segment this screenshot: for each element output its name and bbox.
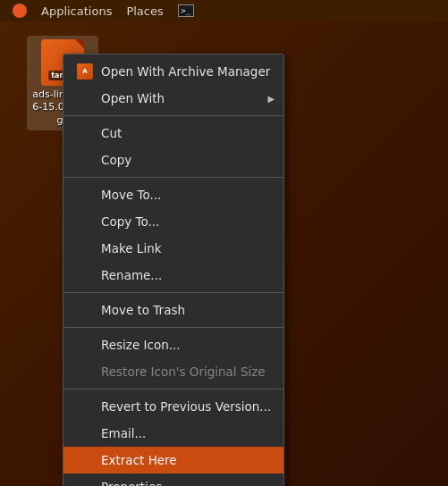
cut-icon-space (76, 124, 94, 142)
properties-label: Properties (101, 480, 162, 486)
copy-icon-space (76, 151, 94, 169)
menu-revert[interactable]: Revert to Previous Version... (63, 393, 283, 420)
copy-label: Copy (101, 153, 131, 167)
menu-move-to[interactable]: Move To... (63, 181, 283, 208)
separator-5 (63, 389, 283, 390)
revert-label: Revert to Previous Version... (101, 399, 271, 414)
extract-here-label: Extract Here (101, 453, 177, 467)
resize-icon-label: Resize Icon... (101, 338, 181, 352)
menu-open-with[interactable]: Open With (63, 85, 283, 112)
make-link-icon-space (76, 239, 94, 257)
email-icon-space (76, 424, 94, 442)
menu-open-archive[interactable]: A Open With Archive Manager (63, 58, 283, 85)
rename-icon-space (76, 266, 94, 284)
separator-3 (63, 292, 283, 293)
archive-icon-space: A (76, 63, 94, 80)
rename-label: Rename... (101, 268, 162, 282)
menu-resize-icon[interactable]: Resize Icon... (63, 331, 283, 358)
separator-2 (63, 177, 283, 178)
menu-make-link[interactable]: Make Link (63, 235, 283, 262)
restore-icon-space (76, 363, 94, 381)
cut-label: Cut (101, 126, 122, 140)
terminal-icon: >_ (178, 4, 194, 17)
move-trash-label: Move to Trash (101, 303, 185, 317)
menu-restore-icon[interactable]: Restore Icon's Original Size (63, 358, 283, 385)
open-archive-label: Open With Archive Manager (101, 64, 270, 79)
menu-rename[interactable]: Rename... (63, 262, 283, 289)
open-with-icon-space (76, 89, 94, 107)
menu-extract-here[interactable]: Extract Here (63, 447, 283, 473)
move-to-label: Move To... (101, 188, 161, 202)
ubuntu-logo-icon (13, 4, 27, 18)
make-link-label: Make Link (101, 241, 162, 256)
email-label: Email... (101, 426, 146, 440)
menu-copy[interactable]: Copy (63, 147, 283, 173)
resize-icon-space (76, 336, 94, 354)
properties-icon-space (76, 478, 94, 486)
menubar: Applications Places >_ (0, 0, 448, 21)
applications-label: Applications (41, 4, 112, 18)
menu-move-trash[interactable]: Move to Trash (63, 297, 283, 323)
trash-icon-space (76, 301, 94, 319)
separator-1 (63, 115, 283, 116)
ubuntu-logo-button[interactable] (5, 2, 34, 20)
copy-to-label: Copy To... (101, 214, 159, 229)
archive-icon: A (77, 63, 93, 80)
terminal-button[interactable]: >_ (171, 3, 201, 19)
menu-email[interactable]: Email... (63, 420, 283, 447)
revert-icon-space (76, 398, 94, 415)
places-menu[interactable]: Places (119, 3, 170, 20)
places-label: Places (126, 4, 163, 18)
separator-4 (63, 327, 283, 328)
restore-icon-label: Restore Icon's Original Size (101, 364, 266, 379)
desktop: tar.gz ads-linux-x86-15.0.0.tar.gz A Ope… (0, 21, 448, 486)
context-menu: A Open With Archive Manager Open With Cu… (63, 54, 284, 486)
menu-cut[interactable]: Cut (63, 120, 283, 147)
extract-icon-space (76, 451, 94, 469)
copy-to-icon-space (76, 213, 94, 230)
move-to-icon-space (76, 186, 94, 204)
menu-copy-to[interactable]: Copy To... (63, 208, 283, 235)
open-with-label: Open With (101, 91, 165, 105)
applications-menu[interactable]: Applications (34, 3, 119, 20)
menu-properties[interactable]: Properties (63, 473, 283, 486)
